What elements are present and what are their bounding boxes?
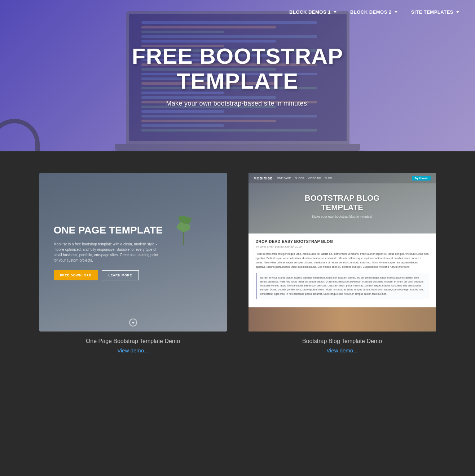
blog-nav-logo: MOBIRISE [254,177,273,180]
headphones-decoration [0,119,40,151]
blog-header: MOBIRISE ONE PAGE SLIDER VIDEO BG BLOG T… [249,173,436,233]
onepage-preview-text: Mobirise is a free bootstrap template wi… [54,241,162,263]
template-card-blog: MOBIRISE ONE PAGE SLIDER VIDEO BG BLOG T… [249,173,436,353]
nav-link-blog[interactable]: BLOG [325,177,332,180]
hero-title: FREE BOOTSTRAPTEMPLATE [132,44,343,93]
template-card-onepage: ONE PAGE TEMPLATE Mobirise is a free boo… [39,173,227,353]
templates-grid: ONE PAGE TEMPLATE Mobirise is a free boo… [39,173,436,353]
nav-link-videobg[interactable]: VIDEO BG [308,177,321,180]
nav-site-templates[interactable]: SITE TEMPLATES [406,6,464,18]
blog-label: Bootstrap Blog Template Demo [302,338,382,344]
laptop-base [115,144,360,151]
blog-article: DROP-DEAD EASY BOOTSTRAP BLOG By John Sm… [249,233,436,307]
onepage-view-demo-link[interactable]: View demo... [117,347,148,353]
article-text: Proin id eros arcu. Integer neque urna, … [256,252,429,269]
main-nav: BLOCK DEMOS 1 BLOCK DEMOS 2 SITE TEMPLAT… [273,0,475,24]
laptop-base-shadow [111,151,364,151]
chevron-down-icon [334,11,337,13]
chevron-down-icon [456,11,459,13]
article-byline: By John Smith posted July 30, 2016 [256,245,429,248]
hero-subtitle: Make your own bootstrap-based site in mi… [132,100,343,107]
onepage-content: ONE PAGE TEMPLATE Mobirise is a free boo… [39,210,227,295]
templates-section: ONE PAGE TEMPLATE Mobirise is a free boo… [0,151,475,382]
blog-hero-subtitle: Make your own bootstrap blog in minutes! [312,215,372,218]
scroll-down-icon [132,322,135,324]
article-title: DROP-DEAD EASY BOOTSTRAP BLOG [256,239,429,244]
nav-link-onepage[interactable]: ONE PAGE [277,177,291,180]
onepage-buttons: FREE DOWNLOAD LEARN MORE [54,270,212,280]
onepage-label: One Page Bootstrap Template Demo [86,338,180,344]
nav-link-slider[interactable]: SLIDER [295,177,304,180]
scroll-indicator [129,319,137,326]
blog-view-demo-link[interactable]: View demo... [326,347,357,353]
blog-nav-links: ONE PAGE SLIDER VIDEO BG BLOG [277,177,332,180]
onepage-preview-title: ONE PAGE TEMPLATE [54,224,212,236]
blog-preview[interactable]: MOBIRISE ONE PAGE SLIDER VIDEO BG BLOG T… [249,173,436,332]
blog-hero-title: BOOTSTRAP BLOGTEMPLATE [305,193,379,213]
nav-block-demos-2[interactable]: BLOCK DEMOS 2 [345,6,403,18]
article-quote: Nullam at tellus a ante dictum sagittis.… [256,273,429,299]
onepage-preview[interactable]: ONE PAGE TEMPLATE Mobirise is a free boo… [39,173,227,332]
chevron-down-icon [395,11,397,13]
hero-content: FREE BOOTSTRAPTEMPLATE Make your own boo… [125,44,351,107]
free-download-button[interactable]: FREE DOWNLOAD [54,270,98,280]
blog-nav: MOBIRISE ONE PAGE SLIDER VIDEO BG BLOG T… [249,173,436,183]
learn-more-button[interactable]: LEARN MORE [102,270,139,280]
nav-block-demos-1[interactable]: BLOCK DEMOS 1 [284,6,342,18]
blog-nav-cta[interactable]: Try it Now! [412,176,431,181]
blog-food-image [249,307,436,332]
